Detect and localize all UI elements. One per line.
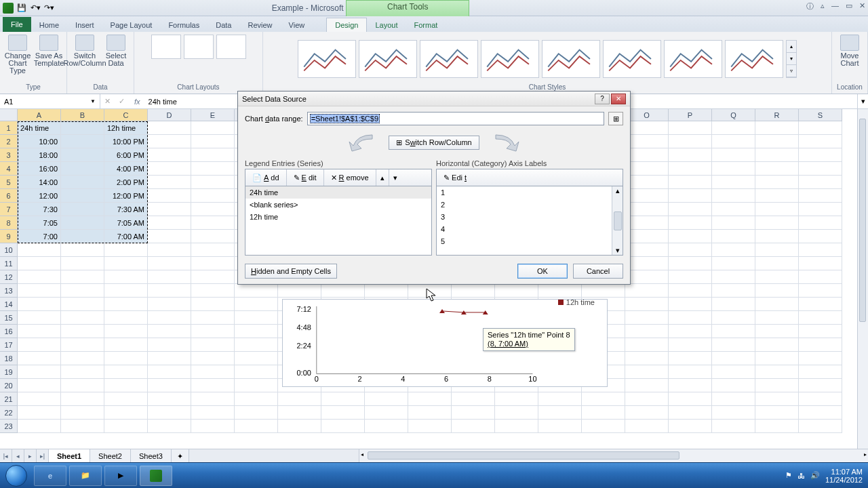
chart-style-option[interactable] [542, 40, 600, 78]
chart-layout-option[interactable] [151, 35, 181, 59]
last-sheet-button[interactable]: ▸| [37, 449, 49, 462]
cell[interactable] [755, 203, 799, 216]
category-list[interactable]: 1 2 3 4 5 ▴▾ [436, 186, 623, 256]
cell[interactable] [148, 257, 191, 270]
cell[interactable] [799, 365, 842, 379]
cell[interactable] [148, 325, 191, 338]
cell[interactable] [452, 420, 495, 433]
dialog-close-button[interactable]: ✕ [611, 94, 626, 104]
cell[interactable]: 12:00 [18, 189, 61, 203]
cell[interactable]: 16:00 [18, 162, 61, 176]
cell[interactable] [712, 379, 755, 392]
cell[interactable] [365, 406, 408, 420]
cell[interactable] [799, 189, 842, 203]
range-picker-button[interactable]: ⊞ [608, 112, 623, 125]
cell[interactable] [755, 406, 799, 420]
cell[interactable] [18, 406, 61, 420]
cell[interactable] [669, 243, 712, 257]
cell[interactable] [191, 352, 235, 365]
tray-network-icon[interactable]: 🖧 [797, 472, 805, 480]
taskbar-ie-icon[interactable]: e [34, 466, 66, 486]
cell[interactable] [104, 325, 148, 338]
cell[interactable] [755, 379, 799, 392]
cell[interactable] [18, 284, 61, 298]
cell[interactable] [799, 148, 842, 162]
cell[interactable] [365, 420, 408, 433]
cell[interactable] [755, 135, 799, 148]
series-remove-button[interactable]: ✕ Remove [324, 169, 376, 186]
cell[interactable] [18, 298, 61, 311]
row-header[interactable]: 17 [0, 338, 18, 352]
cell[interactable] [18, 243, 61, 257]
cell[interactable] [799, 203, 842, 216]
cell[interactable] [148, 176, 191, 189]
row-header[interactable]: 9 [0, 230, 18, 243]
cell[interactable] [61, 162, 104, 176]
cell[interactable] [669, 203, 712, 216]
cell[interactable]: 14:00 [18, 176, 61, 189]
cell[interactable] [625, 243, 669, 257]
cell[interactable] [538, 284, 582, 298]
cell[interactable] [61, 311, 104, 325]
column-header[interactable]: E [191, 109, 235, 121]
select-data-button[interactable]: Select Data [102, 35, 130, 67]
cell[interactable] [191, 189, 235, 203]
row-header[interactable]: 10 [0, 243, 18, 257]
chart-style-option[interactable] [298, 40, 356, 78]
cell[interactable] [235, 298, 278, 311]
cell[interactable] [191, 257, 235, 270]
cell[interactable]: 7:00 [18, 230, 61, 243]
cell[interactable] [148, 148, 191, 162]
cell[interactable] [669, 189, 712, 203]
cell[interactable] [235, 325, 278, 338]
cell[interactable] [61, 189, 104, 203]
tab-format[interactable]: Format [406, 18, 446, 32]
cell[interactable] [408, 284, 452, 298]
cell[interactable] [452, 406, 495, 420]
cell[interactable] [104, 406, 148, 420]
cell[interactable] [61, 230, 104, 243]
cell[interactable] [669, 230, 712, 243]
cell[interactable] [712, 243, 755, 257]
cell[interactable] [61, 148, 104, 162]
cell[interactable] [755, 162, 799, 176]
minimize-window-icon[interactable]: — [831, 1, 839, 12]
cell[interactable] [452, 392, 495, 406]
cell[interactable] [712, 298, 755, 311]
cell[interactable] [669, 257, 712, 270]
cell[interactable] [61, 270, 104, 284]
cell[interactable] [669, 298, 712, 311]
column-header[interactable]: O [625, 109, 669, 121]
cell[interactable]: 18:00 [18, 148, 61, 162]
file-tab[interactable]: File [3, 17, 31, 32]
cell[interactable] [669, 148, 712, 162]
cell[interactable] [669, 420, 712, 433]
cell[interactable] [235, 420, 278, 433]
cell[interactable] [712, 352, 755, 365]
cell[interactable] [18, 270, 61, 284]
cell[interactable] [712, 284, 755, 298]
cell[interactable] [61, 135, 104, 148]
cell[interactable] [104, 257, 148, 270]
cell[interactable] [495, 406, 538, 420]
cell[interactable] [582, 406, 625, 420]
horizontal-scrollbar[interactable]: ◂▸ [359, 449, 868, 462]
row-header[interactable]: 22 [0, 406, 18, 420]
cell[interactable]: 12:00 PM [104, 189, 148, 203]
cell[interactable] [669, 135, 712, 148]
cell[interactable] [235, 284, 278, 298]
cell[interactable] [365, 392, 408, 406]
cell[interactable] [191, 325, 235, 338]
cell[interactable] [104, 392, 148, 406]
cell[interactable] [669, 162, 712, 176]
cell[interactable] [18, 325, 61, 338]
cell[interactable] [625, 148, 669, 162]
cell[interactable] [755, 270, 799, 284]
cell[interactable] [712, 311, 755, 325]
cell[interactable] [408, 406, 452, 420]
cell[interactable] [799, 379, 842, 392]
cell[interactable] [235, 352, 278, 365]
cell[interactable]: 10:00 [18, 135, 61, 148]
cell[interactable] [625, 270, 669, 284]
move-chart-button[interactable]: Move Chart [836, 35, 863, 67]
